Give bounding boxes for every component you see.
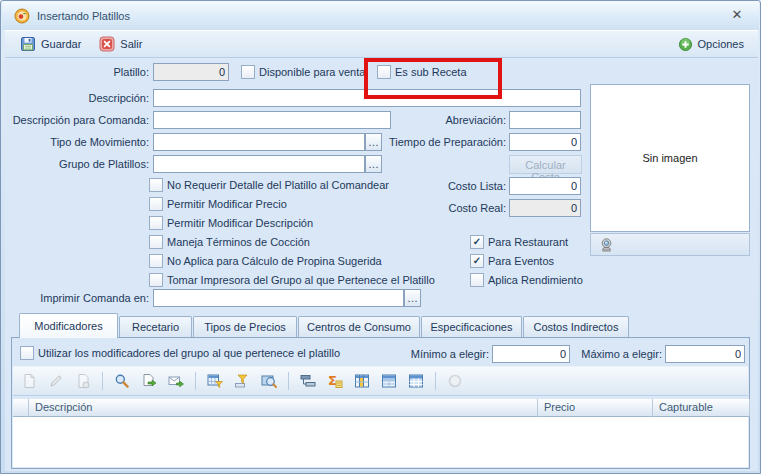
checkbox-label: No Aplica para Cálculo de Propina Sugeri…	[167, 255, 382, 267]
export-item-icon[interactable]	[139, 371, 159, 391]
exit-label: Salir	[120, 38, 142, 50]
find-in-grid-icon[interactable]	[259, 371, 279, 391]
search-icon[interactable]	[112, 371, 132, 391]
exit-button[interactable]: Salir	[90, 33, 151, 55]
webcam-icon	[599, 237, 614, 253]
checkbox-box[interactable]	[149, 216, 163, 230]
grid-column-capturable[interactable]: Capturable	[653, 399, 750, 417]
checkbox-box[interactable]	[149, 273, 163, 287]
tipo-movimiento-label: Tipo de Movimiento:	[5, 136, 149, 148]
costo-real-label: Costo Real:	[385, 202, 506, 214]
title-bar[interactable]: Insertando Platillos ✕	[2, 1, 759, 30]
dialog-insertando-platillos: Insertando Platillos ✕ Guardar Salir Opc…	[0, 0, 761, 474]
checkbox-es-sub-receta[interactable]: Es sub Receta	[377, 65, 467, 79]
descripcion-comanda-input[interactable]	[153, 111, 391, 129]
tipo-movimiento-browse-button[interactable]: …	[365, 133, 382, 151]
grid-column-descripcion[interactable]: Descripción	[29, 399, 538, 417]
edit-item-icon	[46, 371, 66, 391]
tab-especificaciones[interactable]: Especificaciones	[421, 316, 522, 337]
grupo-platillos-input[interactable]	[153, 155, 365, 173]
checkbox-permitir-modificar-descripcion[interactable]: Permitir Modificar Descripción	[149, 216, 313, 230]
modificadores-toolbar: Σ	[13, 366, 748, 396]
abreviacion-input[interactable]	[509, 111, 581, 129]
options-label: Opciones	[698, 38, 744, 50]
checkbox-box[interactable]	[470, 273, 484, 287]
save-button[interactable]: Guardar	[11, 33, 90, 55]
tab-recetario[interactable]: Recetario	[119, 316, 192, 337]
imprimir-comanda-browse-button[interactable]: …	[404, 289, 421, 307]
maximo-a-elegir-input[interactable]	[665, 345, 745, 363]
checkbox-utilizar-modificadores-grupo[interactable]: Utilizar los modificadores del grupo al …	[20, 346, 340, 360]
checkbox-para-eventos[interactable]: ✓ Para Eventos	[470, 254, 554, 268]
checkbox-box[interactable]	[20, 346, 34, 360]
platillo-input[interactable]	[153, 63, 229, 81]
checkbox-box[interactable]: ✓	[470, 254, 484, 268]
fixed-rows-icon[interactable]	[379, 371, 399, 391]
checkbox-label: Aplica Rendimiento	[488, 274, 583, 286]
checkbox-no-aplica-propina[interactable]: No Aplica para Cálculo de Propina Sugeri…	[149, 254, 382, 268]
checkbox-no-requerir-detalle[interactable]: No Requerir Detalle del Platillo al Coma…	[149, 178, 389, 192]
tab-centros-de-consumo[interactable]: Centros de Consumo	[298, 316, 420, 337]
toolbar-separator	[435, 372, 436, 390]
checkbox-box[interactable]	[149, 197, 163, 211]
options-button[interactable]: Opciones	[670, 34, 752, 55]
minimo-a-elegir-input[interactable]	[492, 345, 570, 363]
checkbox-aplica-rendimiento[interactable]: Aplica Rendimiento	[470, 273, 583, 287]
capture-image-button[interactable]	[594, 236, 618, 253]
tab-costos-indirectos[interactable]: Costos Indirectos	[523, 316, 629, 337]
tab-tipos-de-precios[interactable]: Tipos de Precios	[193, 316, 297, 337]
checkbox-para-restaurant[interactable]: ✓ Para Restaurant	[470, 235, 568, 249]
minimo-a-elegir-label: Mínimo a elegir:	[379, 348, 489, 360]
delete-item-icon	[73, 371, 93, 391]
form-area: Platillo: Disponible para venta Es sub R…	[5, 59, 758, 471]
checkbox-box[interactable]	[149, 235, 163, 249]
image-placeholder: Sin imagen	[590, 84, 750, 232]
checkbox-maneja-terminos-coccion[interactable]: Maneja Términos de Cocción	[149, 235, 310, 249]
checkbox-label: Disponible para venta	[259, 66, 365, 78]
close-icon[interactable]: ✕	[729, 7, 745, 23]
checkbox-disponible-para-venta[interactable]: Disponible para venta	[241, 65, 365, 79]
new-item-icon	[19, 371, 39, 391]
imprimir-comanda-input[interactable]	[153, 289, 404, 307]
checkbox-box[interactable]: ✓	[470, 235, 484, 249]
checkbox-label: No Requerir Detalle del Platillo al Coma…	[167, 179, 389, 191]
grid-view-icon[interactable]	[406, 371, 426, 391]
checkbox-permitir-modificar-precio[interactable]: Permitir Modificar Precio	[149, 197, 287, 211]
grid-column-precio[interactable]: Precio	[538, 399, 653, 417]
group-by-icon[interactable]	[298, 371, 318, 391]
tipo-movimiento-input[interactable]	[153, 133, 365, 151]
checkbox-label: Para Restaurant	[488, 236, 568, 248]
plus-icon	[678, 37, 693, 52]
send-mail-icon[interactable]	[166, 371, 186, 391]
checkbox-label: Maneja Términos de Cocción	[167, 236, 310, 248]
record-indicator-icon	[445, 371, 465, 391]
checkbox-label: Permitir Modificar Descripción	[167, 217, 313, 229]
checkbox-box[interactable]	[149, 254, 163, 268]
tiempo-preparacion-input[interactable]	[509, 133, 581, 151]
toolbar-separator	[195, 372, 196, 390]
descripcion-comanda-label: Descripción para Comanda:	[5, 114, 149, 126]
filter-icon[interactable]	[232, 371, 252, 391]
checkbox-label: Para Eventos	[488, 255, 554, 267]
toolbar-separator	[288, 372, 289, 390]
column-chooser-icon[interactable]	[352, 371, 372, 391]
checkbox-tomar-impresora-grupo[interactable]: Tomar Impresora del Grupo al que Pertene…	[149, 273, 435, 287]
descripcion-label: Descripción:	[5, 92, 149, 104]
checkbox-box[interactable]	[149, 178, 163, 192]
imprimir-comanda-label: Imprimir Comanda en:	[5, 292, 149, 304]
checkbox-box[interactable]	[241, 65, 255, 79]
platillo-label: Platillo:	[5, 66, 149, 78]
grid-row-indicator-header	[13, 399, 29, 417]
image-placeholder-text: Sin imagen	[642, 152, 697, 164]
costo-lista-input[interactable]	[509, 177, 581, 195]
calcular-costo-button: Calcular Costo	[509, 155, 582, 174]
tabpage-modificadores: Utilizar los modificadores del grupo al …	[11, 337, 750, 469]
filter-grid-icon[interactable]	[205, 371, 225, 391]
tab-modificadores[interactable]: Modificadores	[19, 313, 118, 338]
save-icon	[20, 36, 36, 52]
descripcion-input[interactable]	[153, 89, 581, 107]
show-totals-icon[interactable]: Σ	[325, 371, 345, 391]
grupo-platillos-browse-button[interactable]: …	[365, 155, 382, 173]
grid-body-empty[interactable]	[13, 417, 748, 467]
checkbox-box[interactable]	[377, 65, 391, 79]
